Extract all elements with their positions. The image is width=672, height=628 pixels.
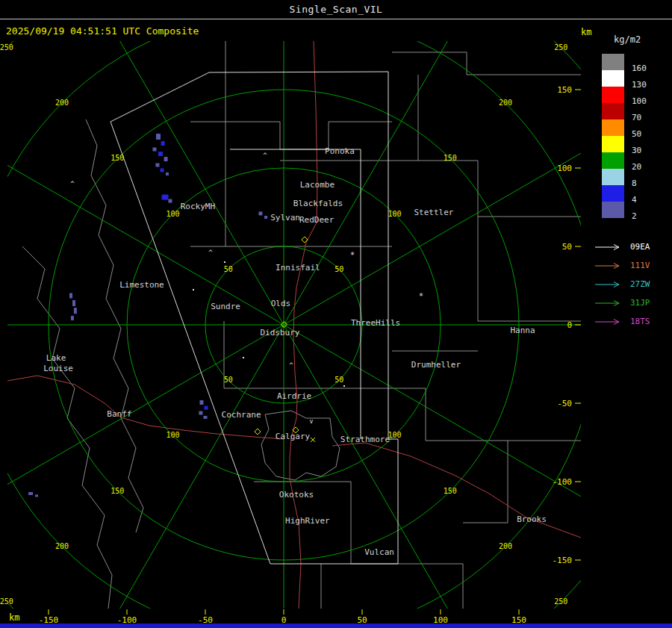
colorbar-swatch <box>602 136 624 152</box>
precip-echo <box>35 494 38 497</box>
precip-echo <box>155 164 159 167</box>
precip-echo <box>199 400 203 405</box>
pointer-arrow <box>595 244 619 249</box>
precip-echo <box>199 411 202 415</box>
colorbar-value: 100 <box>632 96 647 106</box>
azimuth-spoke <box>284 325 672 628</box>
city-label: Sylvan <box>270 213 300 223</box>
vee-marker: v <box>310 418 314 425</box>
city-label: Blackfalds <box>293 199 343 208</box>
city-label: Sundre <box>211 302 240 311</box>
x-axis-unit-label: km <box>9 612 19 623</box>
pointer-arrow <box>595 319 619 324</box>
radar-id-label: 27ZW <box>630 279 650 289</box>
colorbar-value: 20 <box>632 162 641 172</box>
precip-echo <box>168 199 172 203</box>
point-marker <box>243 357 244 358</box>
radar-site-marker <box>255 429 261 435</box>
city-labels: PonokaLacombeBlackfaldsSylvanRedDeerStet… <box>43 146 547 557</box>
range-label: 200 <box>499 542 512 550</box>
colorbar-swatch <box>602 70 624 87</box>
radar-id-label: 111V <box>630 261 650 270</box>
city-label: Drumheller <box>411 360 461 370</box>
caret-marker: ^ <box>208 249 213 256</box>
city-label: ThreeHills <box>351 318 400 328</box>
city-label: Airdrie <box>277 391 311 401</box>
range-label: 150 <box>111 154 124 162</box>
precip-echo <box>158 152 163 156</box>
city-label: Lacombe <box>300 180 335 190</box>
range-label: 100 <box>166 431 179 439</box>
range-label: 100 <box>388 431 401 439</box>
x-marker <box>311 438 315 442</box>
azimuth-spoke <box>284 325 672 628</box>
radar-pointer-row: 27ZW <box>594 275 672 293</box>
city-label: Hanna <box>510 326 535 335</box>
county-boundary <box>261 411 340 480</box>
range-label: 100 <box>166 210 179 218</box>
caret-marker: ^ <box>263 152 267 159</box>
colorbar-value: 2 <box>632 211 637 221</box>
range-label: 150 <box>444 487 457 495</box>
colorbar-swatch <box>602 152 624 169</box>
county-boundary <box>392 388 463 441</box>
pointer-arrow <box>595 263 619 268</box>
precip-echo <box>162 195 169 200</box>
azimuth-spoke <box>0 0 284 325</box>
city-label: RockyMH <box>181 202 215 211</box>
county-boundary <box>463 441 508 523</box>
radar-app-window: { "window": { "title": "Single_Scan_VIL"… <box>0 0 672 628</box>
city-label: Louise <box>43 364 73 373</box>
star-marker: * <box>419 292 423 300</box>
radar-pointer-row: 09EA <box>594 237 672 256</box>
range-label: 250 <box>554 597 567 606</box>
colorbar-value: 130 <box>632 80 647 90</box>
pointer-arrow-icon <box>594 317 626 326</box>
azimuth-spoke <box>0 325 284 628</box>
range-label: 150 <box>111 487 124 495</box>
precip-echo <box>72 300 75 306</box>
colorbar-unit-label: kg/m2 <box>614 34 672 45</box>
range-label: 200 <box>55 542 69 550</box>
radar-map-display[interactable]: ^^^^v**PonokaLacombeBlackfaldsSylvanRedD… <box>7 41 581 624</box>
range-label: 50 <box>335 265 343 273</box>
city-label: Ponoka <box>325 146 355 156</box>
precip-echo <box>161 141 165 146</box>
y-axis-label: -150 <box>553 556 573 565</box>
county-boundary <box>392 52 581 75</box>
colorbar-value: 160 <box>632 63 647 73</box>
point-marker <box>224 261 225 263</box>
colorbar-swatch <box>602 185 624 202</box>
county-boundary <box>86 119 143 532</box>
colorbar-swatch <box>602 202 624 218</box>
pointer-arrow-icon <box>594 280 626 289</box>
colorbar: 16013010070503020842 <box>591 54 672 218</box>
radar-id-label: 18TS <box>630 317 650 326</box>
colorbar-swatch <box>602 119 624 136</box>
city-label: HighRiver <box>285 516 330 526</box>
colorbar-swatch <box>602 103 624 119</box>
caret-marker: ^ <box>289 361 293 369</box>
precip-echo <box>69 293 72 298</box>
precip-echo <box>156 134 161 140</box>
city-label: Vulcan <box>364 547 394 557</box>
city-label: Olds <box>271 299 291 308</box>
pointer-arrow <box>595 282 619 287</box>
city-label: Brooks <box>517 514 547 524</box>
city-label: Cochrane <box>222 410 261 420</box>
precip-echo <box>71 316 74 320</box>
city-label: Limestone <box>119 280 164 290</box>
precip-echo <box>258 211 262 215</box>
precip-echo <box>161 168 164 172</box>
range-label: 150 <box>444 154 457 162</box>
y-axis-label: -50 <box>557 399 572 408</box>
precip-echo <box>166 172 169 175</box>
y-axis-label: 100 <box>557 164 572 173</box>
range-label: 250 <box>554 43 567 52</box>
y-axis-label: -100 <box>553 477 573 487</box>
precip-echo <box>264 216 267 219</box>
range-label: 250 <box>0 43 13 52</box>
radar-pointer-row: 31JP <box>594 293 672 312</box>
caret-marker: ^ <box>70 180 75 187</box>
scan-timestamp: 2025/09/19 04:51:51 UTC Composite <box>6 25 199 37</box>
